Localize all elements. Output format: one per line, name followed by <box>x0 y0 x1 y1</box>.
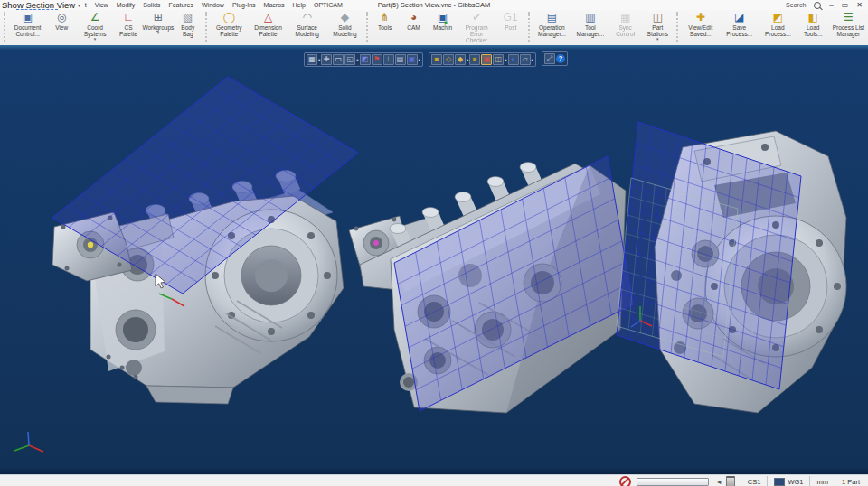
view-edit-saved-button[interactable]: ✚ View/Edit Saved... ▾ <box>681 11 720 37</box>
document-view-icon[interactable]: ▣▾ <box>407 54 420 65</box>
geometry-palette-button[interactable]: ◯ Geometry Palette ▾ <box>210 11 249 37</box>
menu-item[interactable]: Macros <box>264 2 285 8</box>
ribbon-button-icon: ▣▶ <box>438 11 448 24</box>
ribbon-button-icon: ✔ <box>472 11 481 24</box>
group-separator <box>205 12 207 42</box>
trash-icon[interactable] <box>726 476 735 486</box>
minimize-button[interactable]: – <box>829 1 833 10</box>
maximize-button[interactable]: ▭ <box>842 1 849 10</box>
solid-modeling-button[interactable]: ◆ Solid Modeling ▾ <box>326 11 363 37</box>
fit-view-icon[interactable]: ⤢▾ <box>544 53 555 64</box>
chevron-down-icon[interactable]: ▾ <box>532 58 533 62</box>
menu-item[interactable]: t <box>85 2 87 8</box>
select-icon[interactable]: ▦▾ <box>307 54 320 65</box>
help-icon[interactable]: ?▾ <box>556 54 565 63</box>
body-bag-button[interactable]: ▧ Body Bag ▾ <box>174 11 203 37</box>
menu-bar: Show Section View ▾ tViewModifySolidsFea… <box>0 0 868 10</box>
half-section-icon[interactable]: ◫▾ <box>493 54 506 65</box>
datum-marker-yellow[interactable] <box>88 242 93 248</box>
dock-arrow-icon[interactable]: ◄ <box>716 479 722 485</box>
operation-manager-button[interactable]: ▤ Operation Manager... ▾ <box>533 11 571 37</box>
menu-item[interactable]: Modify <box>117 2 136 8</box>
document-control-button[interactable]: ▣ Document Control... ▾ <box>8 11 47 37</box>
machining-button[interactable]: ▣▶ Machin ▾ <box>429 11 458 31</box>
chevron-down-icon[interactable]: ▾ <box>356 58 358 62</box>
flag-icon[interactable]: ⚑▾ <box>372 54 382 65</box>
coord-systems-button[interactable]: ∠ Coord Systems ▾ <box>76 11 114 41</box>
sync-control-button[interactable]: ▦ Sync Control ▾ <box>609 11 642 37</box>
model-right[interactable] <box>617 122 846 413</box>
axis-icon[interactable]: ⊥▾ <box>383 54 394 65</box>
wireframe-view-icon[interactable]: ◇▾ <box>443 54 454 65</box>
menu-item[interactable]: OPTICAM <box>314 2 343 8</box>
group-separator <box>366 12 368 42</box>
part-count-indicator[interactable]: 1 Part <box>835 476 866 486</box>
save-process-button[interactable]: ◪ Save Process... ▾ <box>720 11 759 37</box>
part-stations-button[interactable]: ◫ Part Stations ▾ <box>641 11 674 41</box>
facet-view-icon[interactable]: ■▾ <box>469 54 480 65</box>
hidden-line-icon[interactable]: ◆▾ <box>455 54 468 65</box>
menu-items: tViewModifySolidsFeaturesWindowPlug-InsM… <box>85 2 343 8</box>
chevron-down-icon[interactable]: ▾ <box>467 58 468 62</box>
process-list-manager-button[interactable]: ☰ Process List Manager ▾ <box>829 11 868 37</box>
workgroup-icon <box>774 478 785 486</box>
close-button[interactable]: ✕ <box>856 1 863 10</box>
group-separator <box>676 12 678 42</box>
load-process-button[interactable]: ◩ Load Process... ▾ <box>759 11 797 37</box>
tools-button[interactable]: ⋔ Tools ▾ <box>371 11 400 31</box>
model-scene <box>0 50 868 474</box>
ribbon-button-icon: ◯ <box>223 11 235 24</box>
chevron-down-icon[interactable]: ▾ <box>78 3 80 8</box>
plane-display-icon[interactable]: ▱▾ <box>520 54 533 65</box>
datum-marker-magenta[interactable] <box>373 240 379 246</box>
menu-item[interactable]: Solids <box>143 2 160 8</box>
viewport-axis-triad <box>14 432 43 452</box>
window-controls: Search – ▭ ✕ <box>786 1 868 10</box>
chevron-down-icon[interactable]: ▾ <box>505 58 506 62</box>
view-button[interactable]: ◎ View ▾ <box>47 11 76 31</box>
ribbon-button-icon: ⊞ <box>154 11 163 24</box>
graphics-viewport[interactable]: ▦▾✚▾▭▾◱▾◩▾⚑▾⊥▾▤▾▣▾ ■▾◇▾◆▾■▾▣▾◫▾◐▾▱▾ ⤢▾?▾ <box>0 50 868 474</box>
menu-item[interactable]: Window <box>202 2 224 8</box>
globe-icon[interactable]: ◐▾ <box>508 54 519 65</box>
ribbon-button-icon: ▦ <box>620 11 630 24</box>
coordinate-system-indicator[interactable]: CS1 <box>741 476 768 486</box>
cam-button[interactable]: ◕ CAM ▾ <box>400 11 429 31</box>
main-toolbar: ▣ Document Control... ▾ ◎ View ▾ ∠ Coord… <box>0 10 868 45</box>
surface-modeling-button[interactable]: ◠ Surface Modeling ▾ <box>288 11 326 37</box>
shaded-view-icon[interactable]: ■▾ <box>431 54 442 65</box>
post-button[interactable]: G1 Post ▾ <box>496 11 525 31</box>
workgroup-indicator[interactable]: WG1 <box>767 476 809 486</box>
stop-icon[interactable] <box>619 476 631 486</box>
sheet-icon[interactable]: ▤▾ <box>395 54 406 65</box>
group-separator <box>528 12 530 42</box>
chevron-down-icon: ▾ <box>94 37 97 41</box>
model-middle[interactable] <box>349 156 633 413</box>
dimension-palette-button[interactable]: △ Dimension Palette ▾ <box>249 11 288 37</box>
load-tools-button[interactable]: ◧ Load Tools... ▾ <box>797 11 829 37</box>
view-cube-icon[interactable]: ◩▾ <box>360 54 371 65</box>
chevron-down-icon[interactable]: ▾ <box>318 58 320 62</box>
units-indicator[interactable]: mm <box>809 476 835 486</box>
model-left[interactable] <box>52 77 358 404</box>
search-label[interactable]: Search <box>786 2 806 8</box>
pan-icon[interactable]: ✚▾ <box>321 54 332 65</box>
unzoom-icon[interactable]: ◱▾ <box>344 54 358 65</box>
zoom-window-icon[interactable]: ▭▾ <box>333 54 344 65</box>
command-underline <box>16 9 58 10</box>
section-view-icon[interactable]: ▣▾ <box>481 54 492 65</box>
status-bar: ◄ CS1 WG1 mm 1 Part <box>0 474 868 486</box>
menu-item[interactable]: Help <box>293 2 306 8</box>
tool-manager-button[interactable]: ▥ Tool Manager... ▾ <box>571 11 609 37</box>
program-error-checker-button[interactable]: ✔ Program Error Checker ▾ <box>458 11 496 43</box>
window-title: Part(5) Section View.vnc - GibbsCAM <box>378 1 491 9</box>
menu-item[interactable]: Features <box>168 2 193 8</box>
cs-palette-button[interactable]: ∟ CS Palette ▾ <box>114 11 143 37</box>
chevron-down-icon[interactable]: ▾ <box>419 58 420 62</box>
ribbon-button-icon: ◠ <box>302 11 311 24</box>
menu-item[interactable]: Plug-Ins <box>232 2 256 8</box>
workgroups-button[interactable]: ⊞ Workgroups ▾ <box>143 11 174 34</box>
search-icon[interactable] <box>814 2 821 9</box>
ribbon-button-icon: ◆ <box>341 11 349 24</box>
menu-item[interactable]: View <box>95 2 108 8</box>
